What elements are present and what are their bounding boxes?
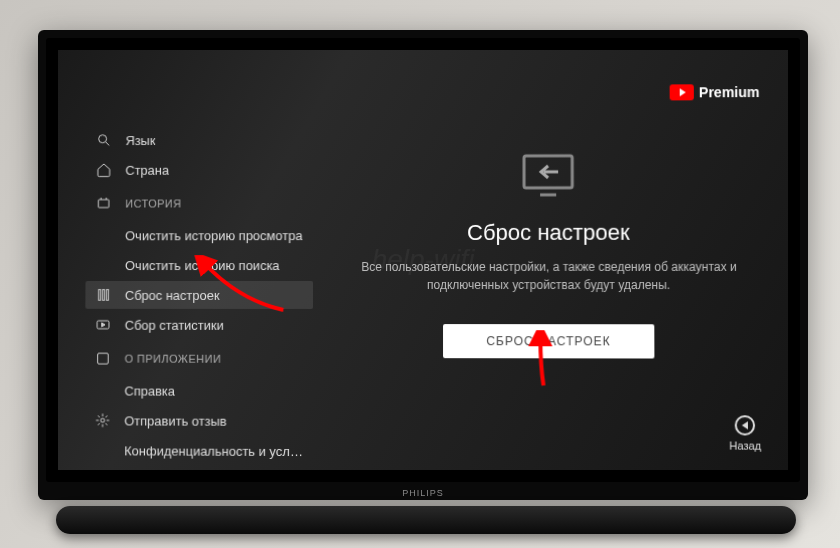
svg-rect-6 — [103, 290, 105, 301]
reset-settings-button[interactable]: СБРОС НАСТРОЕК — [443, 324, 654, 358]
home-icon — [96, 162, 112, 178]
sidebar-section-about: О ПРИЛОЖЕНИИ — [85, 345, 313, 373]
sidebar-item-stats[interactable]: Сбор статистики — [85, 311, 313, 339]
sidebar-section-history: ИСТОРИЯ — [86, 189, 314, 217]
svg-point-11 — [101, 418, 105, 422]
main-title: Сброс настроек — [338, 220, 760, 246]
sidebar-item-language[interactable]: Язык — [86, 126, 313, 154]
svg-rect-10 — [98, 353, 109, 364]
back-arrow-icon — [735, 415, 755, 435]
svg-rect-2 — [98, 200, 109, 208]
sidebar-item-label: Сбор статистики — [125, 317, 224, 332]
about-icon — [95, 351, 111, 367]
media-icon — [95, 317, 111, 333]
svg-marker-9 — [102, 323, 105, 327]
sidebar-item-clear-watch-history[interactable]: Очистить историю просмотра — [86, 221, 314, 249]
sidebar-item-clear-search-history[interactable]: Очистить историю поиска — [86, 251, 314, 279]
svg-line-1 — [106, 142, 109, 145]
history-icon — [96, 196, 112, 212]
blank-icon — [95, 382, 111, 398]
main-description: Все пользовательские настройки, а также … — [358, 258, 740, 294]
sidebar-item-label: Очистить историю просмотра — [125, 228, 302, 243]
sidebar-item-label: Очистить историю поиска — [125, 258, 280, 273]
tv-brand-logo: PHILIPS — [402, 488, 444, 498]
reset-device-icon — [518, 150, 578, 200]
slider-icon — [95, 287, 111, 303]
main-panel: Сброс настроек Все пользовательские наст… — [338, 149, 761, 358]
back-label: Назад — [729, 439, 761, 451]
tv-frame: PHILIPS help-wifi Premium Язык Страна — [38, 30, 808, 500]
svg-rect-5 — [99, 290, 101, 301]
sidebar-item-label: Язык — [126, 133, 156, 148]
gear-icon — [95, 412, 111, 428]
back-button[interactable]: Назад — [729, 415, 761, 452]
sidebar-item-label: Справка — [124, 383, 175, 398]
sidebar-item-reset-settings[interactable]: Сброс настроек — [85, 281, 313, 309]
svg-point-0 — [99, 135, 107, 143]
tv-screen: help-wifi Premium Язык Страна ИСТОРИЯ — [58, 50, 788, 470]
soundbar — [56, 506, 796, 534]
youtube-play-icon — [670, 84, 694, 100]
sidebar-item-label: ИСТОРИЯ — [125, 198, 181, 210]
sidebar-item-country[interactable]: Страна — [86, 155, 313, 183]
sidebar-item-label: Конфиденциальность и усло... — [124, 443, 303, 459]
blank-icon — [96, 227, 112, 243]
sidebar-item-help[interactable]: Справка — [85, 376, 313, 405]
youtube-premium-badge: Premium — [670, 84, 760, 100]
premium-label: Premium — [699, 84, 760, 100]
sidebar-item-label: Страна — [125, 162, 169, 177]
sidebar-item-label: Сброс настроек — [125, 287, 220, 302]
sidebar-item-privacy[interactable]: Конфиденциальность и усло... — [85, 436, 313, 465]
sidebar-item-feedback[interactable]: Отправить отзыв — [85, 406, 313, 435]
sidebar-item-label: О ПРИЛОЖЕНИИ — [125, 353, 222, 365]
blank-icon — [95, 442, 111, 458]
search-icon — [96, 132, 112, 148]
blank-icon — [95, 257, 111, 273]
svg-rect-7 — [106, 290, 108, 301]
settings-sidebar: Язык Страна ИСТОРИЯ Очистить историю про… — [85, 126, 314, 467]
sidebar-item-label: Отправить отзыв — [124, 413, 226, 428]
